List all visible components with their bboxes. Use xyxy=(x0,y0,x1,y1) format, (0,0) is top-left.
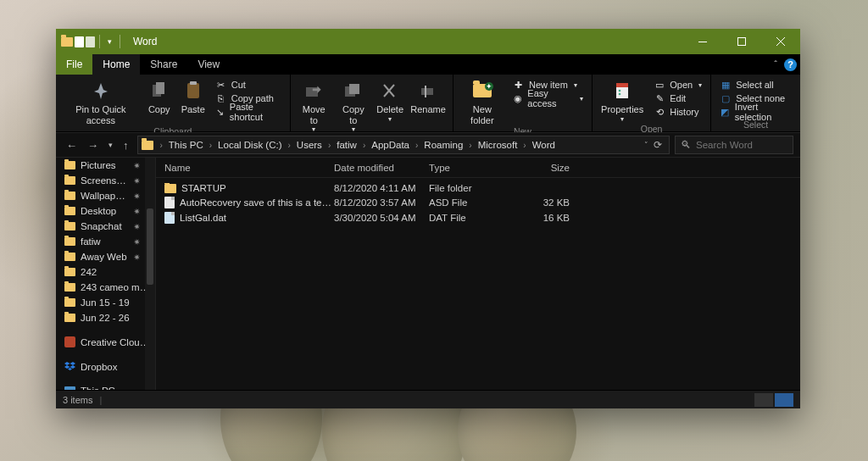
delete-button[interactable]: Delete▾ xyxy=(373,76,408,123)
cut-button[interactable]: ✂Cut xyxy=(210,78,287,92)
close-button[interactable] xyxy=(761,29,800,54)
copy-to-button[interactable]: Copy to▾ xyxy=(334,76,373,133)
breadcrumb-segment[interactable]: This PC xyxy=(164,140,208,150)
sidebar-item[interactable]: 243 cameo mass xyxy=(56,280,155,295)
sidebar-item[interactable]: Jun 15 - 19 xyxy=(56,295,155,310)
column-header-type[interactable]: Type xyxy=(429,163,510,173)
move-to-button[interactable]: Move to▾ xyxy=(294,76,334,133)
folder-icon xyxy=(64,237,75,246)
file-row[interactable]: STARTUP8/12/2020 4:11 AMFile folder xyxy=(156,181,800,195)
back-button[interactable]: ← xyxy=(63,136,81,155)
file-row[interactable]: AutoRecovery save of this is a test docu… xyxy=(156,195,800,210)
edit-button[interactable]: ✎Edit xyxy=(648,92,707,105)
search-input[interactable] xyxy=(696,140,787,150)
pin-icon: ✷ xyxy=(131,190,142,202)
file-row[interactable]: ListGal.dat3/30/2020 5:04 AMDAT File16 K… xyxy=(156,210,800,225)
rename-button[interactable]: Rename xyxy=(407,76,448,115)
maximize-button[interactable] xyxy=(722,29,761,54)
folder-icon xyxy=(64,207,75,215)
sidebar-item[interactable]: fatiw✷ xyxy=(56,234,155,249)
tab-share[interactable]: Share xyxy=(140,54,187,75)
breadcrumb-segment[interactable]: AppData xyxy=(367,140,414,150)
search-icon: 🔍︎ xyxy=(681,139,691,151)
chevron-down-icon[interactable]: ▾ xyxy=(108,37,112,46)
sidebar-item-label: 242 xyxy=(81,267,97,277)
svg-point-17 xyxy=(619,90,621,92)
pin-icon: ✷ xyxy=(131,205,142,217)
file-type: File folder xyxy=(429,183,510,193)
pin-to-quick-access-button[interactable]: Pin to Quick access xyxy=(59,76,142,125)
breadcrumb-segment[interactable]: Local Disk (C:) xyxy=(214,140,286,150)
tab-home[interactable]: Home xyxy=(92,54,140,75)
tab-view[interactable]: View xyxy=(187,54,230,75)
sidebar-item[interactable]: Pictures✷ xyxy=(56,158,155,173)
folder-icon xyxy=(64,176,75,185)
sidebar-scrollbar[interactable] xyxy=(145,158,155,390)
titlebar-separator xyxy=(99,35,100,48)
sidebar-item[interactable]: 242 xyxy=(56,264,155,280)
select-all-button[interactable]: ▦Select all xyxy=(715,78,797,92)
open-button[interactable]: ▭Open ▾ xyxy=(648,78,707,92)
search-box[interactable]: 🔍︎ xyxy=(675,136,793,154)
sidebar-item-creative-cloud[interactable]: Creative Cloud Files xyxy=(56,334,155,350)
column-header-size[interactable]: Size xyxy=(510,163,570,173)
file-date: 8/12/2020 4:11 AM xyxy=(334,183,429,193)
sidebar-item-this-pc[interactable]: This PC xyxy=(56,383,155,390)
forward-button[interactable]: → xyxy=(84,136,102,155)
help-icon[interactable]: ? xyxy=(784,58,797,71)
recent-locations-button[interactable]: ▾ xyxy=(105,137,116,153)
invert-selection-icon: ◩ xyxy=(720,107,731,118)
new-folder-button[interactable]: ✦ New folder xyxy=(457,76,508,125)
history-button[interactable]: ⟲History xyxy=(648,105,707,119)
folder-icon xyxy=(61,37,73,47)
tab-file[interactable]: File xyxy=(56,54,92,75)
easy-access-button[interactable]: ◉Easy access ▾ xyxy=(508,92,588,105)
refresh-button[interactable]: ⟳ xyxy=(654,139,662,151)
up-button[interactable]: ↑ xyxy=(120,136,132,155)
sidebar-item[interactable]: Away Web✷ xyxy=(56,249,155,264)
easy-access-icon: ◉ xyxy=(513,93,523,104)
sidebar-item-label: Pictures xyxy=(81,160,116,170)
titlebar[interactable]: ▾ Word xyxy=(56,29,800,54)
minimize-button[interactable] xyxy=(683,29,722,54)
sidebar-item[interactable]: Snapchat✷ xyxy=(56,219,155,234)
sidebar-item-dropbox[interactable]: Dropbox xyxy=(56,358,155,375)
menubar: File Home Share View ˆ ? xyxy=(56,54,800,75)
copy-button[interactable]: Copy xyxy=(142,76,176,115)
paste-label: Paste xyxy=(181,104,205,115)
paste-button[interactable]: Paste xyxy=(176,76,210,115)
chevron-down-icon: ▾ xyxy=(620,115,624,123)
status-items: 3 items xyxy=(63,395,92,405)
column-header-name[interactable]: Name xyxy=(164,163,334,173)
breadcrumb-segment[interactable]: fatiw xyxy=(332,140,361,150)
sidebar-item[interactable]: Jun 22 - 26 xyxy=(56,310,155,325)
file-list: STARTUP8/12/2020 4:11 AMFile folderAutoR… xyxy=(156,178,800,225)
file-date: 8/12/2020 3:57 AM xyxy=(334,197,429,208)
sidebar-item[interactable]: Wallpapers✷ xyxy=(56,188,155,203)
copy-path-icon: ⎘ xyxy=(215,93,227,103)
pin-icon: ✷ xyxy=(131,175,142,186)
breadcrumb-segment[interactable]: Word xyxy=(528,140,559,150)
breadcrumb-segment[interactable]: Users xyxy=(292,140,326,150)
nav-row: ← → ▾ ↑ › This PC› Local Disk (C:)› User… xyxy=(56,132,800,158)
sidebar: Pictures✷Screenshots✷Wallpapers✷Desktop✷… xyxy=(56,158,156,390)
sidebar-item-label: Jun 15 - 19 xyxy=(81,297,130,308)
breadcrumb-segment[interactable]: Microsoft xyxy=(474,140,522,150)
icons-view-button[interactable] xyxy=(775,393,793,407)
sidebar-item[interactable]: Desktop✷ xyxy=(56,203,155,219)
invert-selection-button[interactable]: ◩Invert selection xyxy=(715,105,797,119)
sidebar-item-label: Desktop xyxy=(81,206,116,216)
breadcrumb[interactable]: › This PC› Local Disk (C:)› Users› fatiw… xyxy=(137,136,670,154)
breadcrumb-segment[interactable]: Roaming xyxy=(420,140,467,150)
sidebar-item[interactable]: Screenshots✷ xyxy=(56,173,155,188)
collapse-ribbon-button[interactable]: ˆ xyxy=(774,59,777,69)
details-view-button[interactable] xyxy=(754,393,773,407)
svg-rect-7 xyxy=(190,81,197,85)
paste-shortcut-button[interactable]: ↘Paste shortcut xyxy=(210,105,287,119)
folder-icon xyxy=(64,253,75,261)
properties-button[interactable]: Properties▾ xyxy=(596,76,648,123)
file-name: STARTUP xyxy=(181,183,226,193)
scrollbar-thumb[interactable] xyxy=(147,208,153,285)
column-header-date[interactable]: Date modified xyxy=(334,163,429,173)
address-dropdown-button[interactable]: ˅ xyxy=(644,141,648,149)
